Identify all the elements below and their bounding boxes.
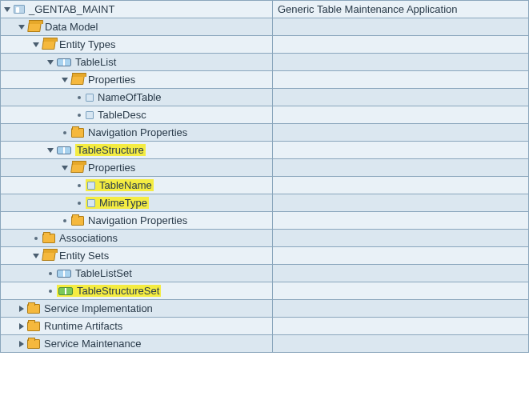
entityset-icon — [58, 287, 73, 295]
row-entity-sets[interactable]: Entity Sets — [1, 247, 528, 265]
entity-types-label: Entity Types — [59, 38, 116, 50]
row-service-impl[interactable]: Service Implementation — [1, 300, 528, 318]
folder-open-icon — [28, 22, 41, 32]
folder-closed-icon — [27, 322, 40, 331]
property-icon — [86, 111, 94, 119]
tablelistset-label: TableListSet — [75, 267, 132, 279]
tablestructure-navprops-label: Navigation Properties — [88, 214, 187, 226]
tablelist-props-label: Properties — [88, 74, 135, 86]
mimetype-label: MimeType — [99, 197, 147, 209]
service-impl-label: Service Implementation — [44, 302, 153, 314]
row-mimetype[interactable]: MimeType — [1, 194, 528, 212]
folder-open-icon — [71, 75, 84, 85]
property-icon — [86, 94, 94, 102]
leaf-marker — [78, 114, 81, 117]
row-tablelist[interactable]: TableList — [1, 54, 528, 71]
leaf-marker — [78, 202, 81, 205]
expand-toggle[interactable] — [47, 148, 54, 153]
tablestructureset-label: TableStructureSet — [77, 285, 159, 297]
tabledesc-label: TableDesc — [98, 109, 146, 121]
entityset-icon — [57, 270, 71, 278]
folder-closed-icon — [71, 128, 84, 138]
service-maint-label: Service Maintenance — [44, 338, 141, 350]
data-model-label: Data Model — [45, 21, 98, 33]
row-runtime[interactable]: Runtime Artifacts — [1, 318, 528, 335]
expand-toggle[interactable] — [19, 323, 24, 330]
folder-open-icon — [42, 251, 55, 261]
tablestructure-props-label: Properties — [88, 162, 135, 174]
row-root[interactable]: _GENTAB_MAINT Generic Table Maintenance … — [1, 1, 528, 18]
row-service-maint[interactable]: Service Maintenance — [1, 335, 528, 353]
associations-label: Associations — [59, 232, 118, 244]
row-tablename[interactable]: TableName — [1, 177, 528, 194]
leaf-marker — [34, 237, 38, 240]
expand-toggle[interactable] — [19, 306, 24, 312]
row-tablestructure[interactable]: TableStructure — [1, 142, 528, 159]
runtime-label: Runtime Artifacts — [44, 320, 122, 332]
property-icon — [87, 199, 95, 207]
node-icon — [14, 5, 25, 14]
expand-toggle[interactable] — [19, 341, 24, 347]
expand-toggle[interactable] — [47, 60, 54, 65]
leaf-marker — [78, 184, 81, 187]
leaf-marker — [63, 131, 66, 134]
row-tablestructureset[interactable]: TableStructureSet — [1, 282, 528, 300]
row-tablestructure-props[interactable]: Properties — [1, 159, 528, 177]
tablelist-navprops-label: Navigation Properties — [88, 126, 187, 138]
expand-toggle[interactable] — [18, 25, 25, 30]
entity-icon — [57, 58, 71, 66]
tree-grid: _GENTAB_MAINT Generic Table Maintenance … — [0, 0, 529, 353]
root-label: _GENTAB_MAINT — [29, 3, 114, 15]
entity-icon — [57, 146, 71, 154]
folder-closed-icon — [71, 216, 84, 226]
row-tablestructure-navprops[interactable]: Navigation Properties — [1, 212, 528, 230]
expand-toggle[interactable] — [62, 78, 68, 82]
tablestructure-label: TableStructure — [75, 144, 146, 156]
row-data-model[interactable]: Data Model — [1, 18, 528, 36]
expand-toggle[interactable] — [33, 42, 39, 47]
row-entity-types[interactable]: Entity Types — [1, 36, 528, 54]
row-tablelistset[interactable]: TableListSet — [1, 265, 528, 282]
folder-open-icon — [42, 40, 55, 50]
leaf-marker — [49, 272, 52, 275]
row-associations[interactable]: Associations — [1, 230, 528, 247]
row-tablelist-props[interactable]: Properties — [1, 71, 528, 89]
folder-open-icon — [71, 163, 84, 173]
folder-closed-icon — [27, 304, 40, 314]
leaf-marker — [78, 96, 81, 99]
property-icon — [87, 182, 95, 190]
expand-toggle[interactable] — [62, 166, 68, 170]
leaf-marker — [63, 219, 66, 222]
expand-toggle[interactable] — [4, 7, 10, 12]
leaf-marker — [49, 290, 52, 293]
tablename-label: TableName — [99, 179, 152, 191]
expand-toggle[interactable] — [33, 254, 39, 258]
row-tabledesc[interactable]: TableDesc — [1, 106, 528, 124]
row-tablelist-navprops[interactable]: Navigation Properties — [1, 124, 528, 142]
row-nameoftable[interactable]: NameOfTable — [1, 89, 528, 106]
folder-closed-icon — [42, 234, 55, 243]
nameoftable-label: NameOfTable — [98, 91, 161, 103]
root-desc: Generic Table Maintenance Application — [278, 3, 458, 15]
folder-closed-icon — [27, 339, 40, 349]
tablelist-label: TableList — [75, 56, 116, 68]
entity-sets-label: Entity Sets — [59, 250, 109, 262]
